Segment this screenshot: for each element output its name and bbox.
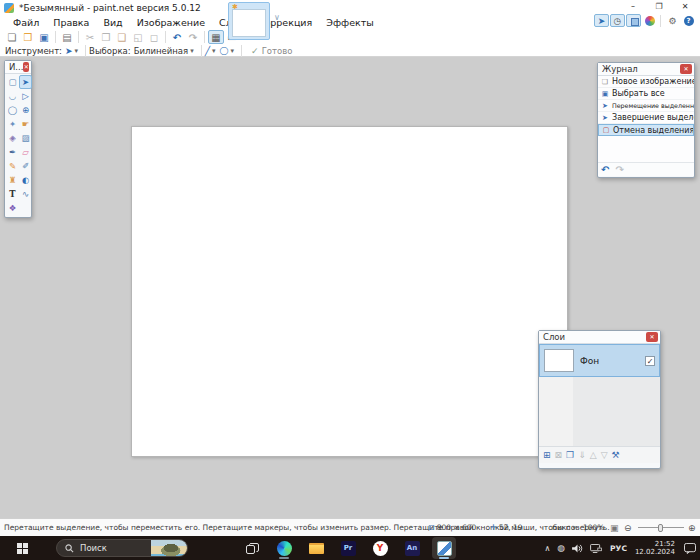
shapes-tool[interactable]: ❖ (6, 201, 19, 215)
menu-edit[interactable]: Правка (46, 16, 96, 29)
tool-dropdown-caret[interactable]: ▾ (75, 47, 79, 55)
minimize-button[interactable]: – (620, 0, 646, 13)
zoom-out-button[interactable]: ⊖ (624, 523, 632, 533)
paintbrush-tool[interactable]: ✒ (6, 145, 19, 159)
eraser-tool[interactable]: ▱ (19, 145, 32, 159)
blend-mode-icon[interactable]: ◯ (220, 46, 229, 55)
history-redo-button[interactable]: ↷ (615, 164, 623, 175)
resampling-combobox[interactable]: Билинейная (134, 46, 189, 56)
history-undo-button[interactable]: ↶ (601, 164, 609, 175)
history-window-close[interactable]: ✕ (680, 64, 692, 74)
history-item-move-selection[interactable]: ➤ Перемещение выделенной области (598, 100, 694, 112)
tray-app-icon[interactable]: ◍ (557, 543, 565, 553)
colors-panel-toggle[interactable] (642, 14, 657, 27)
current-tool-icon[interactable]: ➤ (65, 46, 73, 56)
paste-icon[interactable]: ❑ (114, 30, 130, 44)
lasso-select-tool[interactable]: ◡ (6, 89, 19, 103)
tools-window-close[interactable]: ✕ (23, 62, 29, 72)
layers-panel-toggle[interactable] (626, 14, 641, 27)
taskbar-app-animate[interactable]: An (400, 537, 424, 559)
move-layer-up-button[interactable]: △ (590, 450, 597, 460)
taskbar-app-yandex[interactable]: Y (368, 537, 392, 559)
redo-icon[interactable]: ↷ (185, 30, 201, 44)
open-file-icon[interactable]: ❒ (20, 30, 36, 44)
tools-window-titlebar[interactable]: И... ✕ (5, 61, 31, 74)
move-selection-tool[interactable]: ▷ (19, 89, 32, 103)
taskbar-clock[interactable]: 21:52 12.02.2024 (635, 540, 675, 556)
taskbar-app-explorer[interactable] (304, 537, 328, 559)
task-view-button[interactable] (240, 537, 264, 559)
menu-image[interactable]: Изображение (130, 16, 212, 29)
taskbar-app-paintnet[interactable] (432, 537, 456, 559)
layer-row-background[interactable]: Фон ✓ (539, 344, 660, 377)
antialiasing-caret[interactable]: ▾ (212, 47, 216, 55)
layer-visibility-checkbox[interactable]: ✓ (645, 356, 655, 366)
taskbar-app-premiere[interactable]: Pr (336, 537, 360, 559)
notification-center-icon[interactable] (684, 543, 696, 554)
zoom-level-value[interactable]: 100% (583, 523, 604, 532)
gradient-tool[interactable]: ▨ (19, 131, 32, 145)
cut-icon[interactable]: ✂ (82, 30, 98, 44)
zoom-slider-thumb[interactable] (658, 524, 663, 532)
zoom-in-button[interactable]: ⊕ (688, 523, 696, 533)
image-list-chevron-icon[interactable]: ∨ (274, 13, 280, 22)
history-panel-toggle[interactable]: ◷ (610, 14, 625, 27)
units-dropdown[interactable]: пикс ▾ (552, 523, 580, 532)
menu-file[interactable]: Файл (6, 16, 46, 29)
zoom-tool[interactable]: ⊕ (19, 103, 32, 117)
tools-panel-toggle[interactable]: ➤ (594, 14, 609, 27)
menu-effects[interactable]: Эффекты (319, 16, 381, 29)
resampling-caret[interactable]: ▾ (190, 47, 194, 55)
delete-layer-button[interactable]: ⊠ (555, 450, 563, 460)
start-button[interactable] (0, 536, 44, 560)
blend-mode-caret[interactable]: ▾ (231, 47, 235, 55)
volume-icon[interactable] (572, 544, 583, 553)
history-item-finish-selection[interactable]: ➤ Завершение выделения (598, 112, 694, 124)
history-item-new-image[interactable]: ❏ Новое изображение (598, 76, 694, 88)
antialiasing-icon[interactable]: ╱ (205, 46, 210, 56)
pencil-tool[interactable]: ✎ (6, 159, 19, 173)
language-indicator[interactable]: РУС (610, 544, 627, 553)
layer-properties-button[interactable]: ⚒ (612, 450, 620, 460)
history-window-titlebar[interactable]: Журнал ✕ (598, 63, 694, 76)
line-curve-tool[interactable]: ∿ (19, 187, 32, 201)
magic-wand-tool[interactable]: ✦ (6, 117, 19, 131)
merge-down-button[interactable]: ⇓ (578, 450, 586, 460)
history-item-deselect[interactable]: ▢ Отмена выделения (598, 124, 694, 136)
close-button[interactable]: ✕ (672, 0, 698, 13)
undo-icon[interactable]: ↶ (169, 30, 185, 44)
new-file-icon[interactable]: ❏ (4, 30, 20, 44)
pan-tool[interactable]: ☛ (19, 117, 32, 131)
menu-view[interactable]: Вид (96, 16, 129, 29)
finish-button[interactable]: ✓ Готово (251, 46, 292, 56)
text-tool[interactable]: T (6, 187, 19, 201)
settings-button[interactable]: ⚙ (665, 14, 680, 27)
clone-stamp-tool[interactable]: ♜ (6, 173, 19, 187)
layers-window-titlebar[interactable]: Слои ✕ (539, 331, 660, 344)
image-thumbnail-tab[interactable]: ✱ (228, 2, 270, 40)
crop-icon[interactable]: ◱ (130, 30, 146, 44)
copy-icon[interactable]: ❐ (98, 30, 114, 44)
workspace[interactable]: И... ✕ ▢ ➤ ◡ ▷ ◯ ⊕ ✦ ☛ ◈ ▨ ✒ ▱ ✎ (0, 57, 700, 518)
taskbar-search-box[interactable]: Поиск (56, 539, 188, 557)
taskbar-app-edge[interactable] (272, 537, 296, 559)
deselect-icon[interactable]: ◻ (146, 30, 162, 44)
save-file-icon[interactable]: ▣ (36, 30, 52, 44)
print-icon[interactable]: ▤ (59, 30, 75, 44)
zoom-slider[interactable] (638, 527, 684, 528)
paint-bucket-tool[interactable]: ◈ (6, 131, 19, 145)
move-layer-down-button[interactable]: ▽ (601, 450, 608, 460)
recolor-tool[interactable]: ◐ (19, 173, 32, 187)
rectangle-select-tool[interactable]: ▢ (6, 75, 19, 89)
network-icon[interactable] (590, 544, 602, 553)
zoom-slider-track[interactable] (638, 527, 684, 528)
history-item-select-all[interactable]: ▣ Выбрать все (598, 88, 694, 100)
move-selected-pixels-tool[interactable]: ➤ (19, 75, 32, 89)
fit-to-window-button[interactable]: ▣ (610, 523, 619, 533)
ellipse-select-tool[interactable]: ◯ (6, 103, 19, 117)
tray-chevron-icon[interactable]: ∧ (544, 544, 550, 553)
color-picker-tool[interactable]: ✐ (19, 159, 32, 173)
add-layer-button[interactable]: ⊞ (543, 450, 551, 460)
help-button[interactable]: ? (681, 14, 696, 27)
search-highlight-image[interactable] (151, 540, 187, 557)
